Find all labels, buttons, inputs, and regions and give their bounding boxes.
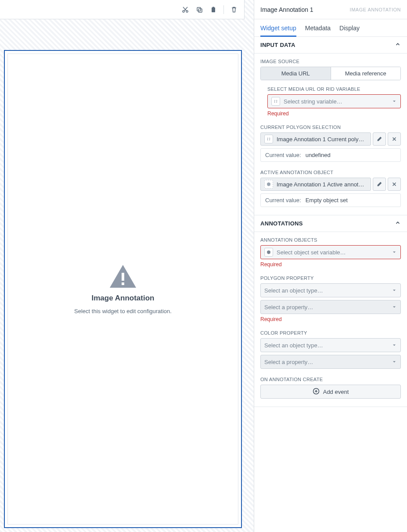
panel-title: Image Annotation 1 bbox=[260, 6, 313, 13]
section-input-data-content: IMAGE SOURCE Media URL Media reference S… bbox=[254, 54, 407, 215]
widget-placeholder: Image Annotation Select this widget to e… bbox=[7, 54, 238, 525]
field-color-property: COLOR PROPERTY Select an object type… Se… bbox=[260, 330, 401, 369]
caret-down-icon bbox=[392, 99, 397, 104]
clear-button[interactable] bbox=[388, 132, 401, 146]
widget-canvas[interactable]: Image Annotation Select this widget to e… bbox=[4, 50, 242, 528]
svg-rect-7 bbox=[122, 282, 124, 285]
polygon-property-prop-select[interactable]: Select a property… bbox=[260, 300, 401, 314]
current-value-text: Empty object set bbox=[306, 197, 348, 204]
panel-type-label: IMAGE ANNOTATION bbox=[350, 7, 401, 12]
current-polygon-value: Image Annotation 1 Current polygon sel… bbox=[277, 136, 367, 143]
widget-placeholder-title: Image Annotation bbox=[92, 294, 155, 303]
color-property-prop-select[interactable]: Select a property… bbox=[260, 355, 401, 369]
svg-rect-4 bbox=[212, 7, 215, 12]
caret-down-icon bbox=[392, 304, 397, 310]
object-var-icon bbox=[264, 180, 273, 189]
annotation-objects-select[interactable]: Select object set variable… bbox=[260, 245, 401, 259]
section-input-data-header[interactable]: INPUT DATA bbox=[254, 37, 407, 54]
tab-metadata[interactable]: Metadata bbox=[305, 20, 331, 37]
field-annotation-objects: ANNOTATION OBJECTS Select object set var… bbox=[260, 237, 401, 268]
color-property-type-select[interactable]: Select an object type… bbox=[260, 338, 401, 352]
svg-rect-5 bbox=[213, 7, 214, 8]
clear-button[interactable] bbox=[388, 178, 401, 191]
field-on-annotation-create: ON ANNOTATION CREATE Add event bbox=[260, 377, 401, 399]
polygon-property-type-select[interactable]: Select an object type… bbox=[260, 283, 401, 297]
tab-widget-setup[interactable]: Widget setup bbox=[260, 20, 296, 37]
active-annotation-label: ACTIVE ANNOTATION OBJECT bbox=[260, 170, 401, 175]
canvas-toolbar bbox=[0, 0, 245, 19]
color-property-type-placeholder: Select an object type… bbox=[264, 342, 323, 349]
caret-down-icon bbox=[392, 288, 397, 293]
active-annotation-value: Image Annotation 1 Active annotation o… bbox=[277, 181, 367, 188]
polygon-property-prop-placeholder: Select a property… bbox=[264, 304, 313, 311]
svg-rect-6 bbox=[122, 273, 124, 281]
caret-down-icon bbox=[392, 343, 397, 348]
current-value-label: Current value: bbox=[265, 152, 301, 158]
seg-media-reference[interactable]: Media reference bbox=[331, 67, 401, 80]
current-value-label: Current value: bbox=[265, 197, 301, 204]
paste-button[interactable] bbox=[207, 3, 220, 16]
polygon-property-required: Required bbox=[260, 316, 401, 322]
polygon-property-type-placeholder: Select an object type… bbox=[264, 287, 323, 294]
delete-button[interactable] bbox=[227, 3, 241, 16]
config-panel: Image Annotation 1 IMAGE ANNOTATION Widg… bbox=[254, 0, 407, 532]
seg-media-url[interactable]: Media URL bbox=[261, 67, 331, 80]
image-source-label: IMAGE SOURCE bbox=[260, 59, 401, 64]
caret-down-icon bbox=[392, 250, 397, 255]
edit-button[interactable] bbox=[373, 178, 386, 191]
svg-point-1 bbox=[186, 11, 188, 12]
field-active-annotation: ACTIVE ANNOTATION OBJECT Image Annotatio… bbox=[260, 170, 401, 207]
caret-down-icon bbox=[392, 359, 397, 364]
annotation-objects-placeholder: Select object set variable… bbox=[277, 249, 346, 256]
edit-button[interactable] bbox=[373, 132, 386, 146]
field-image-source: IMAGE SOURCE Media URL Media reference S… bbox=[260, 59, 401, 117]
widget-placeholder-subtitle: Select this widget to edit configuration… bbox=[74, 308, 172, 314]
annotation-objects-required: Required bbox=[260, 261, 401, 268]
current-polygon-variable[interactable]: Image Annotation 1 Current polygon sel… bbox=[260, 132, 371, 146]
string-var-icon bbox=[271, 97, 280, 106]
active-annotation-variable[interactable]: Image Annotation 1 Active annotation o… bbox=[260, 178, 371, 191]
media-url-var-label: SELECT MEDIA URL OR RID VARIABLE bbox=[267, 86, 401, 92]
color-property-label: COLOR PROPERTY bbox=[260, 330, 401, 336]
field-polygon-property: POLYGON PROPERTY Select an object type… … bbox=[260, 275, 401, 322]
chevron-up-icon bbox=[395, 41, 401, 49]
polygon-property-label: POLYGON PROPERTY bbox=[260, 275, 401, 281]
add-event-label: Add event bbox=[323, 389, 349, 395]
section-input-data-title: INPUT DATA bbox=[260, 42, 295, 48]
color-property-prop-placeholder: Select a property… bbox=[264, 359, 313, 365]
section-annotations-header[interactable]: ANNOTATIONS bbox=[254, 215, 407, 232]
panel-tabs: Widget setup Metadata Display bbox=[254, 19, 407, 37]
media-url-var-required: Required bbox=[267, 111, 401, 117]
plus-circle-icon bbox=[313, 388, 320, 396]
svg-rect-2 bbox=[197, 7, 201, 11]
svg-rect-3 bbox=[198, 9, 202, 12]
cut-button[interactable] bbox=[179, 3, 192, 16]
svg-point-0 bbox=[183, 11, 184, 12]
annotation-objects-label: ANNOTATION OBJECTS bbox=[260, 237, 401, 243]
object-set-icon bbox=[264, 248, 273, 257]
main-column: Image Annotation Select this widget to e… bbox=[0, 0, 245, 532]
current-value-text: undefined bbox=[306, 152, 331, 158]
current-polygon-label: CURRENT POLYGON SELECTION bbox=[260, 125, 401, 130]
add-event-button[interactable]: Add event bbox=[260, 385, 401, 399]
field-current-polygon: CURRENT POLYGON SELECTION Image Annotati… bbox=[260, 125, 401, 162]
widget-selection-frame: Image Annotation Select this widget to e… bbox=[4, 50, 242, 528]
media-url-var-placeholder: Select string variable… bbox=[284, 98, 342, 105]
copy-button[interactable] bbox=[193, 3, 206, 16]
panel-header: Image Annotation 1 IMAGE ANNOTATION bbox=[254, 0, 407, 19]
current-polygon-current-value: Current value: undefined bbox=[260, 148, 401, 162]
chevron-up-icon bbox=[395, 220, 401, 227]
media-url-var-select[interactable]: Select string variable… bbox=[267, 94, 401, 108]
on-create-label: ON ANNOTATION CREATE bbox=[260, 377, 401, 382]
image-source-segmented: Media URL Media reference bbox=[260, 67, 401, 80]
active-annotation-current-value: Current value: Empty object set bbox=[260, 193, 401, 207]
section-annotations-content: ANNOTATION OBJECTS Select object set var… bbox=[254, 232, 407, 407]
string-var-icon bbox=[264, 135, 273, 143]
panel-body: INPUT DATA IMAGE SOURCE Media URL Media … bbox=[254, 37, 407, 532]
section-annotations-title: ANNOTATIONS bbox=[260, 220, 303, 227]
warning-icon bbox=[109, 264, 137, 289]
toolbar-divider bbox=[223, 5, 224, 14]
tab-display[interactable]: Display bbox=[339, 20, 360, 37]
